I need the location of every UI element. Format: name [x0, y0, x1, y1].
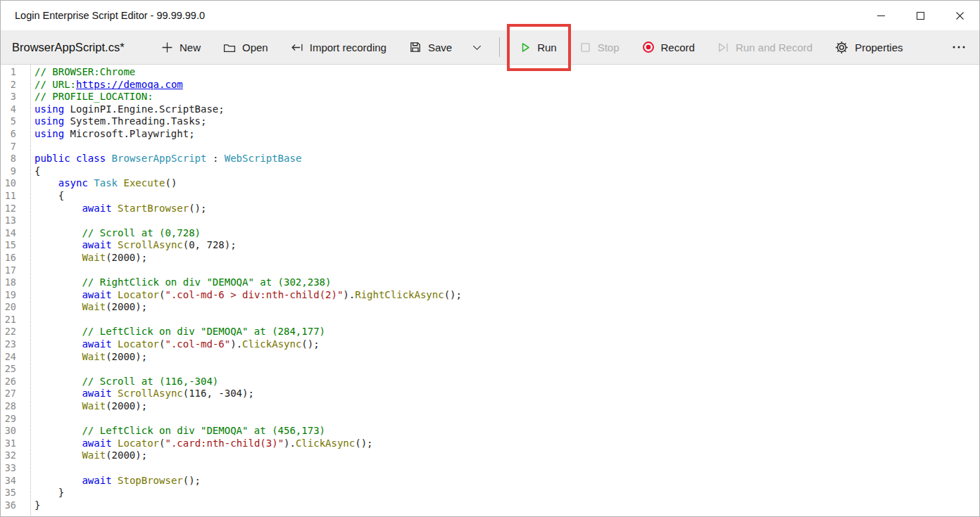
code-line[interactable]: [34, 264, 979, 277]
stop-button: Stop: [568, 30, 631, 64]
code-token-plain: [112, 338, 118, 350]
code-line[interactable]: await ScrollAsync(116, -304);: [34, 388, 979, 400]
code-token-method: ScrollAsync: [118, 388, 183, 399]
minimize-button[interactable]: [861, 1, 900, 30]
new-button[interactable]: New: [150, 30, 212, 64]
code-token-method: StartBrowser: [118, 203, 189, 214]
code-line[interactable]: await Locator(".card:nth-child(3)").Clic…: [34, 438, 979, 450]
code-token-keyword: await: [82, 388, 111, 399]
code-line[interactable]: {: [34, 165, 979, 178]
code-token-keyword: await: [82, 338, 111, 350]
save-icon: [409, 41, 422, 53]
code-token-method: Locator: [118, 338, 159, 350]
line-number: 27: [1, 388, 16, 400]
save-button[interactable]: Save: [398, 30, 463, 64]
code-token-method: Wait: [82, 252, 106, 263]
code-token-method: ScrollAsync: [118, 239, 183, 250]
code-line[interactable]: // RightClick on div "DEMOQA" at (302,23…: [34, 276, 979, 289]
code-line[interactable]: using Microsoft.Playwright;: [34, 128, 979, 141]
record-button-label: Record: [661, 42, 695, 53]
minimize-icon: [877, 11, 886, 20]
code-line[interactable]: await Locator(".col-md-6 > div:nth-child…: [34, 289, 979, 302]
line-number: 2: [1, 79, 16, 91]
code-token-keyword: public: [34, 153, 70, 164]
code-token-plain: (116, -304);: [183, 388, 254, 399]
code-line[interactable]: // PROFILE_LOCATION:: [34, 91, 979, 103]
code-token-comment: // Scroll at (0,728): [82, 227, 201, 238]
code-line[interactable]: await Locator(".col-md-6").ClickAsync();: [34, 338, 979, 351]
code-token-plain: (2000);: [106, 252, 147, 263]
code-line[interactable]: [34, 413, 979, 426]
code-line[interactable]: {: [34, 190, 979, 203]
save-dropdown-button[interactable]: [463, 30, 491, 64]
title-bar: Login Enterprise Script Editor - 99.99.9…: [1, 1, 979, 30]
import-recording-button[interactable]: Import recording: [279, 30, 398, 64]
code-line[interactable]: Wait(2000);: [34, 252, 979, 264]
open-button-label: Open: [242, 42, 268, 53]
code-token-plain: }: [34, 499, 40, 511]
code-lines[interactable]: // BROWSER:Chrome// URL:https://demoqa.c…: [31, 65, 979, 517]
code-line[interactable]: [34, 462, 979, 475]
folder-icon: [223, 42, 236, 53]
line-number: 34: [1, 475, 16, 487]
code-token-plain: [34, 227, 82, 238]
code-token-link: https://demoqa.com: [76, 79, 183, 90]
code-token-plain: [112, 203, 118, 214]
line-number: 10: [1, 177, 16, 190]
code-token-keyword: using: [34, 115, 64, 127]
code-line[interactable]: public class BrowserAppScript : WebScrip…: [34, 153, 979, 165]
record-button[interactable]: Record: [631, 30, 706, 64]
code-token-plain: :: [206, 153, 224, 164]
code-token-plain: [70, 153, 76, 164]
window-title: Login Enterprise Script Editor - 99.99.9…: [1, 10, 205, 21]
code-line[interactable]: // URL:https://demoqa.com: [34, 79, 979, 91]
code-line[interactable]: using LoginPI.Engine.ScriptBase;: [34, 103, 979, 116]
code-line[interactable]: // LeftClick on div "DEMOQA" at (456,173…: [34, 425, 979, 438]
file-tab[interactable]: BrowserAppScript.cs*: [1, 30, 150, 64]
code-line[interactable]: Wait(2000);: [34, 400, 979, 413]
code-token-plain: (2000);: [106, 351, 147, 362]
code-line[interactable]: async Task Execute(): [34, 177, 979, 190]
code-token-plain: System.Threading.Tasks;: [64, 115, 206, 127]
code-line[interactable]: [34, 314, 979, 326]
code-token-plain: [34, 438, 82, 449]
code-line[interactable]: // Scroll at (116,-304): [34, 376, 979, 388]
code-line[interactable]: Wait(2000);: [34, 351, 979, 364]
code-token-method: Locator: [118, 438, 159, 449]
code-token-method: ClickAsync: [296, 438, 355, 449]
maximize-button[interactable]: [900, 1, 940, 30]
code-token-type: Task: [94, 177, 118, 189]
code-editor[interactable]: 1234567891011121314151617181920212223242…: [1, 65, 979, 517]
code-token-plain: ).: [343, 289, 355, 300]
code-line[interactable]: // Scroll at (0,728): [34, 227, 979, 240]
code-line[interactable]: // LeftClick on div "DEMOQA" at (284,177…: [34, 326, 979, 338]
code-token-keyword: using: [34, 128, 64, 139]
code-token-method: ClickAsync: [242, 338, 301, 350]
close-icon: [955, 11, 965, 20]
code-line[interactable]: await ScrollAsync(0, 728);: [34, 239, 979, 252]
run-button[interactable]: Run: [508, 30, 568, 64]
line-number: 22: [1, 326, 16, 338]
code-line[interactable]: }: [34, 499, 979, 512]
code-line[interactable]: [34, 215, 979, 227]
code-line[interactable]: [34, 363, 979, 376]
code-line[interactable]: await StartBrowser();: [34, 203, 979, 215]
code-token-keyword: await: [82, 475, 111, 486]
code-line[interactable]: using System.Threading.Tasks;: [34, 115, 979, 128]
line-number: 15: [1, 239, 16, 252]
properties-button[interactable]: Properties: [824, 30, 914, 64]
code-line[interactable]: await StopBrowser();: [34, 475, 979, 487]
code-token-keyword: await: [82, 289, 111, 300]
line-number: 28: [1, 400, 16, 413]
line-number: 7: [1, 141, 16, 153]
code-line[interactable]: }: [34, 487, 979, 499]
line-number: 12: [1, 203, 16, 215]
more-button[interactable]: [938, 30, 979, 64]
code-line[interactable]: Wait(2000);: [34, 449, 979, 462]
open-button[interactable]: Open: [212, 30, 279, 64]
code-token-plain: [112, 239, 118, 250]
code-line[interactable]: [34, 141, 979, 153]
code-line[interactable]: // BROWSER:Chrome: [34, 66, 979, 79]
code-line[interactable]: Wait(2000);: [34, 301, 979, 314]
close-button[interactable]: [940, 1, 979, 30]
